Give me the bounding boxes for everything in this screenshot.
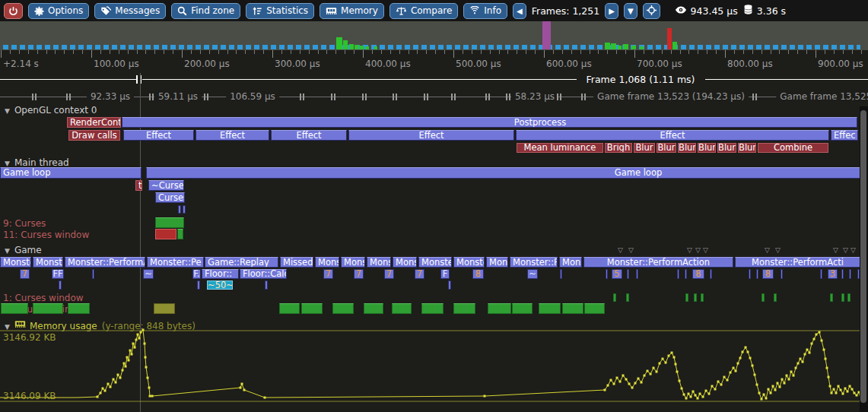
zone-bar[interactable]: Effect bbox=[516, 130, 829, 141]
zone-bar[interactable]: 8 bbox=[472, 269, 484, 279]
zone-bar[interactable]: Blur bbox=[678, 143, 696, 153]
zone-bar[interactable]: Monste bbox=[418, 257, 452, 268]
zone-bar[interactable]: 3 bbox=[828, 269, 838, 279]
zone-tick[interactable] bbox=[849, 269, 851, 279]
zone-bar[interactable]: Effect bbox=[123, 130, 194, 141]
frame-image-marker[interactable]: ▽ bbox=[843, 246, 848, 254]
zone-bar[interactable]: Monster::PerformActi bbox=[735, 257, 860, 268]
frame-dropdown-button[interactable]: ▼ bbox=[624, 3, 637, 19]
zone-bar[interactable]: Effect bbox=[271, 130, 347, 141]
zone-tick[interactable] bbox=[154, 303, 175, 314]
zone-bar[interactable]: Monst bbox=[341, 257, 365, 268]
zone-bar[interactable]: Blur bbox=[717, 143, 736, 153]
zone-bar[interactable]: Blur bbox=[634, 143, 655, 153]
zone-bar[interactable]: ti bbox=[135, 180, 142, 191]
zone-tick[interactable] bbox=[749, 269, 751, 279]
zone-tick[interactable] bbox=[301, 303, 323, 314]
zone-tick[interactable] bbox=[177, 229, 183, 239]
zone-bar[interactable]: 7 bbox=[384, 269, 394, 279]
zone-bar[interactable]: Monste bbox=[453, 257, 485, 268]
frame-image-marker[interactable]: ▽ bbox=[833, 246, 838, 254]
zone-bar[interactable]: Effect bbox=[196, 130, 269, 141]
zone-tick[interactable] bbox=[512, 303, 533, 314]
zone-tick[interactable] bbox=[710, 269, 712, 279]
zone-tick[interactable] bbox=[847, 293, 851, 302]
power-button[interactable] bbox=[4, 3, 23, 19]
zone-tick[interactable] bbox=[841, 269, 844, 279]
zone-tick[interactable] bbox=[197, 280, 200, 290]
zone-bar[interactable]: Blur bbox=[657, 143, 676, 153]
next-frame-button[interactable]: ▶ bbox=[605, 3, 618, 19]
frame-image-marker[interactable]: ▽ bbox=[687, 246, 692, 254]
zone-tick[interactable] bbox=[364, 303, 383, 314]
zone-bar[interactable]: 7 bbox=[20, 269, 30, 279]
zone-tick[interactable] bbox=[830, 293, 833, 302]
options-button[interactable]: Options bbox=[28, 3, 89, 19]
zone-tick[interactable] bbox=[606, 269, 608, 279]
zone-tick[interactable] bbox=[92, 269, 94, 279]
zone-bar[interactable]: Mons bbox=[486, 257, 508, 268]
zone-tick[interactable] bbox=[392, 303, 412, 314]
thread-label[interactable]: 9: Curses bbox=[3, 218, 46, 229]
zone-tick[interactable] bbox=[756, 269, 758, 279]
zone-bar[interactable]: F bbox=[440, 269, 450, 279]
zone-bar[interactable]: Monster::Pe bbox=[147, 257, 204, 268]
zone-bar[interactable]: Game::Replay bbox=[205, 257, 278, 268]
thread-label[interactable]: 11: Curses window bbox=[3, 230, 89, 240]
game-header[interactable]: ▼Game bbox=[5, 245, 42, 255]
zone-bar[interactable]: 8 bbox=[762, 269, 774, 279]
frame-image-marker[interactable]: ▽ bbox=[703, 246, 708, 254]
zone-tick[interactable] bbox=[33, 303, 63, 314]
zone-bar[interactable]: Monst bbox=[315, 257, 339, 268]
zone-bar[interactable]: Floor::Calc bbox=[240, 269, 287, 279]
frame-overview[interactable] bbox=[0, 21, 868, 50]
zone-bar[interactable]: Brigh bbox=[605, 143, 632, 153]
zone-tick[interactable] bbox=[562, 303, 583, 314]
zone-tick[interactable] bbox=[332, 303, 354, 314]
frame-image-marker[interactable]: ▽ bbox=[775, 246, 781, 254]
zone-tick[interactable] bbox=[279, 303, 300, 314]
zone-tick[interactable] bbox=[627, 269, 629, 279]
frame-image-marker[interactable]: ▽ bbox=[765, 246, 770, 254]
zone-bar[interactable]: Draw calls bbox=[68, 130, 120, 141]
thread-label[interactable]: 1: Curses window bbox=[3, 293, 84, 303]
zone-bar[interactable]: 7 bbox=[323, 269, 333, 279]
zone-tick[interactable] bbox=[488, 303, 511, 314]
zone-bar[interactable]: Missed bbox=[280, 257, 313, 268]
zone-tick[interactable] bbox=[421, 303, 444, 314]
prev-frame-button[interactable]: ◀ bbox=[513, 3, 526, 19]
frame-image-marker[interactable]: ▽ bbox=[628, 246, 634, 254]
zone-tick[interactable] bbox=[68, 303, 90, 314]
zone-bar[interactable]: 5 bbox=[612, 269, 622, 279]
zone-bar[interactable]: 7 bbox=[354, 269, 364, 279]
zone-tick[interactable] bbox=[613, 293, 616, 302]
zone-tick[interactable] bbox=[155, 217, 184, 228]
zone-tick[interactable] bbox=[183, 205, 186, 214]
zone-bar[interactable]: ~ bbox=[143, 269, 154, 279]
zone-tick[interactable] bbox=[636, 269, 638, 279]
info-button[interactable]: Info bbox=[463, 3, 507, 19]
zone-bar[interactable]: Effect bbox=[348, 130, 514, 141]
zone-tick[interactable] bbox=[685, 269, 687, 279]
zone-tick[interactable] bbox=[453, 303, 475, 314]
zone-tick[interactable] bbox=[820, 269, 822, 279]
zone-tick[interactable] bbox=[694, 293, 697, 302]
zone-bar[interactable]: Monste bbox=[0, 257, 31, 268]
zone-tick[interactable] bbox=[265, 280, 268, 290]
zone-tick[interactable] bbox=[178, 205, 181, 214]
zone-bar[interactable]: 7 bbox=[415, 269, 424, 279]
zone-tick[interactable] bbox=[539, 303, 561, 314]
zone-tick[interactable] bbox=[781, 269, 783, 279]
zone-tick[interactable] bbox=[774, 293, 777, 302]
frame-image-marker[interactable]: ▽ bbox=[695, 246, 701, 254]
zone-tick[interactable] bbox=[841, 293, 844, 302]
zone-tick[interactable] bbox=[685, 293, 688, 302]
zone-bar[interactable]: FF bbox=[52, 269, 64, 279]
zone-tick[interactable] bbox=[701, 293, 704, 302]
zone-bar[interactable]: Curses bbox=[155, 192, 185, 203]
zone-tick[interactable] bbox=[448, 280, 451, 290]
zone-bar[interactable]: ~50~ bbox=[207, 280, 233, 290]
zone-bar[interactable]: Combine bbox=[758, 143, 828, 153]
zone-bar[interactable]: Game loop bbox=[146, 167, 860, 179]
zone-bar[interactable]: Mons bbox=[559, 257, 582, 268]
